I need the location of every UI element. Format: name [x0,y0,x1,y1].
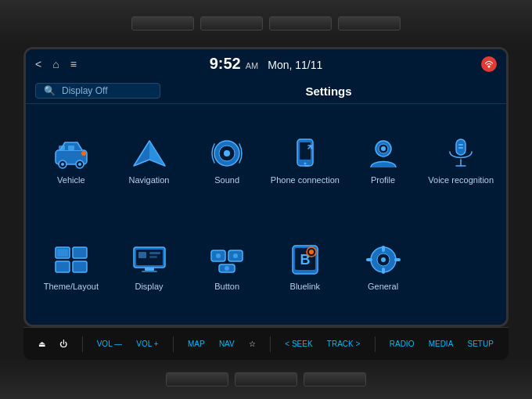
svg-point-4 [61,163,64,166]
grid-item-display[interactable]: Display [112,217,187,318]
svg-point-8 [81,151,86,156]
voice-recognition-label: Voice recognition [428,174,494,185]
svg-rect-21 [458,144,463,146]
svg-point-17 [381,146,386,151]
time-ampm: AM [246,61,259,70]
nav-button[interactable]: NAV [219,340,235,348]
sound-label: Sound [214,174,239,185]
eject-button[interactable]: ⏏ [38,340,45,348]
vol-down-button[interactable]: VOL — [97,340,122,348]
grid-row-1: Vehicle Navigation [34,110,498,212]
header-right [382,56,498,72]
grid-item-profile[interactable]: Profile [346,110,421,212]
navigation-label: Navigation [129,174,170,185]
grid-item-button[interactable]: Button [189,217,264,318]
display-icon [129,243,170,276]
star-button[interactable]: ☆ [249,340,256,348]
separator [173,336,174,352]
svg-rect-52 [394,258,401,261]
time-display: 9:52 [210,55,241,73]
profile-label: Profile [371,174,395,185]
svg-point-11 [224,150,230,156]
vol-up-button[interactable]: VOL + [136,340,158,348]
bluelink-label: Bluelink [290,281,321,292]
bottom-vent [0,360,532,399]
grid-row-2: Theme/Layout Displ [34,217,498,318]
vent-slot [200,16,263,31]
button-icon [207,243,247,276]
date-display: Mon, 11/11 [268,59,322,71]
control-bar: ⏏ ⏻ VOL — VOL + MAP NAV ☆ < SEEK TRACK >… [23,327,509,360]
svg-rect-6 [59,146,65,150]
seek-back-button[interactable]: < SEEK [285,340,312,348]
power-button[interactable]: ⏻ [59,340,67,348]
display-label: Display [135,281,163,292]
radio-button[interactable]: RADIO [390,340,415,348]
voice-recognition-icon [440,137,481,170]
svg-rect-49 [382,246,385,252]
grid-item-bluelink[interactable]: B Bluelink [268,217,343,318]
screen-bezel: < ⌂ ≡ 9:52 AM Mon, 11/11 [23,47,509,327]
search-field[interactable]: 🔍 Display Off [35,83,160,99]
profile-icon [363,137,404,170]
bluelink-icon: B [285,243,325,276]
svg-rect-25 [56,261,70,272]
grid-item-general[interactable]: General [346,217,421,318]
svg-point-5 [78,163,81,166]
map-button[interactable]: MAP [188,340,205,348]
navigation-icon [129,137,170,170]
vent-slot [235,372,297,386]
header-bar: < ⌂ ≡ 9:52 AM Mon, 11/11 [26,49,506,79]
search-bar: 🔍 Display Off Settings [26,79,506,104]
grid-item-voice-recognition[interactable]: Voice recognition [423,110,498,212]
svg-rect-26 [73,261,87,272]
svg-point-0 [488,65,491,67]
vehicle-label: Vehicle [57,174,84,185]
separator [270,336,271,352]
grid-item-navigation[interactable]: Navigation [112,110,187,212]
separator [82,336,83,352]
phone-connection-label: Phone connection [271,174,340,185]
theme-layout-icon [51,243,92,276]
sound-icon [207,137,247,170]
theme-layout-label: Theme/Layout [44,281,99,292]
svg-point-48 [381,257,386,262]
general-label: General [368,281,398,292]
vent-slot [166,372,228,386]
search-value: Display Off [62,85,107,96]
svg-rect-32 [138,252,146,258]
menu-button[interactable]: ≡ [70,58,77,70]
svg-point-40 [225,266,229,271]
svg-point-14 [304,162,306,164]
page-title: Settings [160,84,497,98]
header-center: 9:52 AM Mon, 11/11 [151,55,382,73]
grid-item-sound[interactable]: Sound [189,110,264,212]
media-button[interactable]: MEDIA [429,340,454,348]
screen: < ⌂ ≡ 9:52 AM Mon, 11/11 [26,49,506,325]
vent-slot [338,16,401,31]
svg-rect-50 [382,268,385,274]
svg-rect-33 [149,252,160,254]
svg-point-39 [233,253,238,258]
grid-item-theme-layout[interactable]: Theme/Layout [34,217,109,318]
svg-rect-31 [142,271,157,272]
svg-rect-27 [57,249,68,257]
button-label: Button [214,281,239,292]
phone-connection-icon [285,137,325,170]
svg-point-38 [216,253,221,258]
vent-slot [304,372,366,386]
settings-grid: Vehicle Navigation [26,104,506,325]
back-button[interactable]: < [35,58,41,70]
vent-slot [131,16,194,31]
svg-rect-24 [73,247,87,258]
track-fwd-button[interactable]: TRACK > [327,340,361,348]
svg-rect-7 [68,146,74,150]
svg-rect-30 [145,268,154,271]
grid-item-vehicle[interactable]: Vehicle [34,110,109,212]
search-icon: 🔍 [44,85,56,96]
svg-rect-34 [149,256,157,258]
home-button[interactable]: ⌂ [52,58,59,70]
wifi-status-icon [481,56,497,72]
setup-button[interactable]: SETUP [468,340,494,348]
grid-item-phone-connection[interactable]: Phone connection [268,110,343,212]
